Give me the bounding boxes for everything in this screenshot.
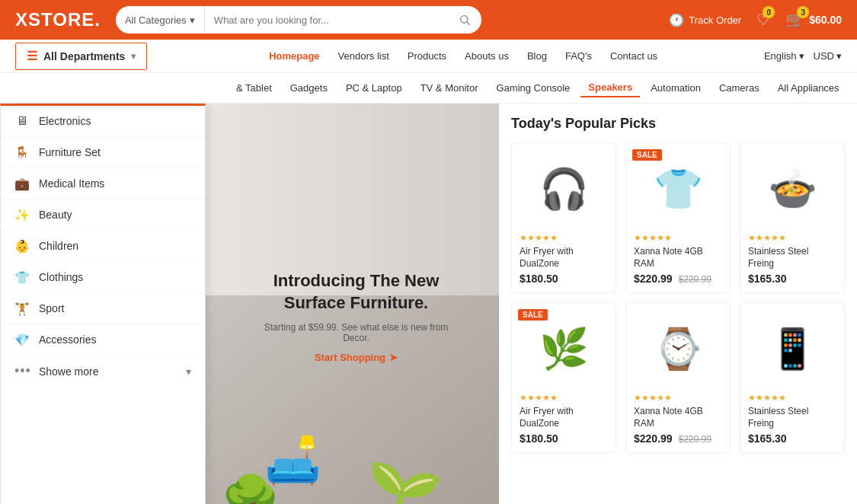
header: XSTORE. All Categories ▾ 🕐 Track Order ♡…	[0, 0, 857, 40]
nav-homepage[interactable]: Homepage	[261, 47, 327, 65]
currency-label: USD	[814, 50, 834, 62]
product-name-5: Xanna Note 4GB RAM	[634, 406, 722, 429]
product-price-6: $165.30	[748, 432, 787, 445]
dropdown-item-electronics[interactable]: 🖥 Electronics	[1, 106, 205, 137]
hamburger-icon: ☰	[27, 49, 37, 63]
product-card-4[interactable]: SALE 🌿 ★★★★★ Air Fryer with DualZone $18…	[511, 302, 616, 453]
product-card-3[interactable]: 🍲 ★★★★★ Stainless Steel Freing $165.30	[740, 142, 845, 293]
nav-blog[interactable]: Blog	[520, 47, 555, 65]
language-label: English	[764, 50, 797, 62]
track-order-button[interactable]: 🕐 Track Order	[669, 13, 741, 27]
track-order-label: Track Order	[689, 14, 741, 26]
sale-badge-4: SALE	[518, 309, 548, 321]
medical-icon: 💼	[14, 176, 30, 191]
product-emoji-5: ⌚	[654, 326, 703, 372]
search-category-dropdown[interactable]: All Categories ▾	[116, 6, 205, 33]
product-stars-2: ★★★★★	[634, 233, 722, 243]
product-card-5[interactable]: ⌚ ★★★★★ Xanna Note 4GB RAM $220.99 $220.…	[625, 302, 731, 453]
hero-content: Introducing The New Surface Furniture. S…	[235, 240, 478, 393]
search-category-label: All Categories	[125, 14, 187, 26]
dropdown-item-sport[interactable]: 🏋 Sport	[1, 293, 205, 324]
product-old-price-2: $220.99	[679, 274, 712, 285]
cart-button[interactable]: 🛒 3 $60.00	[785, 11, 842, 29]
search-icon	[459, 14, 471, 26]
cat-gadgets[interactable]: Gadgets	[283, 79, 335, 97]
search-bar: All Categories ▾	[116, 6, 481, 33]
children-icon: 👶	[14, 238, 30, 254]
dropdown-item-label: Sport	[39, 302, 191, 314]
cat-gaming[interactable]: Gaming Console	[488, 79, 577, 97]
product-stars-3: ★★★★★	[748, 233, 836, 243]
dropdown-item-accessories[interactable]: 💎 Accessories	[1, 324, 205, 356]
cat-pc-laptop[interactable]: PC & Laptop	[338, 79, 410, 97]
currency-selector[interactable]: USD ▾	[814, 50, 842, 62]
dropdown-item-beauty[interactable]: ✨ Beauty	[1, 199, 205, 231]
nav-products[interactable]: Products	[400, 47, 454, 65]
svg-point-0	[461, 16, 468, 23]
product-card-1[interactable]: 🎧 ★★★★★ Air Fryer with DualZone $180.50	[511, 142, 616, 293]
dropdown-item-label: Clothings	[39, 271, 191, 283]
product-price-row-4: $180.50	[520, 432, 608, 445]
cat-sale[interactable]: Sale	[850, 79, 857, 97]
products-grid: 🎧 ★★★★★ Air Fryer with DualZone $180.50 …	[511, 142, 845, 453]
wishlist-button[interactable]: ♡ 0	[756, 11, 770, 29]
show-more-chevron-icon: ▾	[186, 365, 191, 378]
hero-cta-label: Start Shopping	[315, 352, 385, 363]
beauty-icon: ✨	[14, 207, 30, 222]
main-content: 🖥 Electronics 🪑 Furniture Set 💼 Medical …	[0, 104, 857, 504]
language-selector[interactable]: English ▾	[764, 50, 804, 62]
product-card-2[interactable]: SALE 👕 ★★★★★ Xanna Note 4GB RAM $220.99 …	[625, 142, 731, 293]
product-price-5: $220.99	[634, 432, 673, 445]
product-price-row-1: $180.50	[520, 273, 608, 285]
hero-banner: 🌳 🌱 🛋️ Introducing The New Surface Furni…	[206, 104, 499, 504]
dropdown-item-label: Furniture Set	[39, 146, 191, 158]
search-category-chevron-icon: ▾	[190, 14, 195, 26]
hero-cta-button[interactable]: Start Shopping ➤	[315, 352, 398, 363]
product-price-row-2: $220.99 $220.99	[634, 273, 722, 285]
product-card-6[interactable]: 📱 ★★★★★ Stainless Steel Freing $165.30	[740, 302, 845, 453]
show-more-button[interactable]: ••• Showe more ▾	[1, 356, 205, 387]
dept-chevron-icon: ▾	[131, 51, 136, 62]
nav-contact[interactable]: Contact us	[603, 47, 665, 65]
cart-icon-wrap: 🛒 3	[785, 11, 804, 29]
product-price-3: $165.30	[748, 273, 787, 285]
product-emoji-1: 🎧	[539, 166, 589, 212]
sale-badge-2: SALE	[632, 149, 662, 161]
product-stars-6: ★★★★★	[748, 393, 836, 403]
dropdown-item-label: Children	[39, 240, 191, 252]
all-departments-button[interactable]: ☰ All Departments ▾	[15, 43, 147, 70]
cart-badge: 3	[797, 6, 809, 18]
dropdown-item-furniture[interactable]: 🪑 Furniture Set	[1, 137, 205, 168]
cat-tablet[interactable]: & Tablet	[229, 79, 280, 97]
search-input[interactable]	[205, 6, 448, 33]
wishlist-badge: 0	[763, 6, 775, 18]
main-nav: Homepage Vendors list Products Abouts us…	[162, 47, 764, 65]
product-image-5: ⌚	[634, 311, 722, 387]
dropdown-item-label: Accessories	[39, 333, 191, 346]
nav-right: English ▾ USD ▾	[764, 50, 842, 62]
cat-all-appliances[interactable]: All Appliances	[770, 79, 847, 97]
svg-line-1	[467, 22, 470, 25]
product-price-row-5: $220.99 $220.99	[634, 432, 722, 445]
product-image-1: 🎧	[520, 151, 608, 227]
dropdown-item-children[interactable]: 👶 Children	[1, 231, 205, 262]
hero-subtitle: Starting at $59.99. See what else is new…	[257, 322, 456, 343]
cat-tv-monitor[interactable]: TV & Monitor	[413, 79, 486, 97]
show-more-label: Showe more	[39, 365, 99, 378]
cat-automation[interactable]: Automation	[643, 79, 708, 97]
nav-vendors[interactable]: Vendors list	[331, 47, 397, 65]
cat-speakers[interactable]: Speakers	[580, 78, 640, 97]
product-name-3: Stainless Steel Freing	[748, 246, 836, 270]
sport-icon: 🏋	[14, 301, 30, 316]
search-button[interactable]	[448, 6, 481, 33]
product-emoji-4: 🌿	[539, 326, 589, 372]
header-actions: 🕐 Track Order ♡ 0 🛒 3 $60.00	[669, 11, 842, 29]
dept-label: All Departments	[43, 50, 125, 62]
dropdown-item-clothings[interactable]: 👕 Clothings	[1, 262, 205, 293]
hero-title: Introducing The New Surface Furniture.	[257, 270, 456, 314]
dots-icon: •••	[14, 363, 31, 379]
cat-cameras[interactable]: Cameras	[712, 79, 767, 97]
nav-about[interactable]: Abouts us	[457, 47, 516, 65]
nav-faq[interactable]: FAQ's	[558, 47, 600, 65]
dropdown-item-medical[interactable]: 💼 Medical Items	[1, 168, 205, 199]
